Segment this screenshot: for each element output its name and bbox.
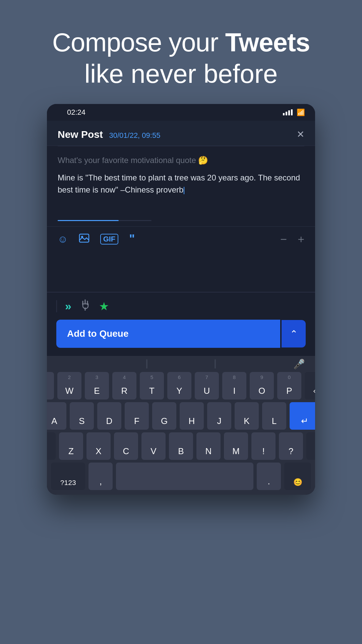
tweet-text: Mine is "The best time to plant a tree w… xyxy=(58,172,304,196)
forward-button[interactable]: » xyxy=(65,300,71,313)
key-z[interactable]: Z xyxy=(59,432,83,460)
minus-button[interactable]: − xyxy=(280,233,287,246)
keyboard-row-2: A S D F G H J K L ↵ xyxy=(47,401,315,431)
key-p[interactable]: 0P xyxy=(277,372,301,399)
key-comma[interactable]: , xyxy=(88,463,113,490)
hero-section: Compose your Tweets like never before xyxy=(0,27,362,90)
key-n[interactable]: N xyxy=(196,432,221,460)
app-card: 02:24 📶 New Post 30/01/22, 09:55 ✕ What'… xyxy=(47,104,315,495)
svg-rect-0 xyxy=(79,234,89,242)
key-t[interactable]: 5T xyxy=(140,372,164,399)
post-title-group: New Post 30/01/22, 09:55 xyxy=(58,129,160,140)
middle-spacer xyxy=(47,252,315,292)
cursor-line-right xyxy=(215,359,216,369)
star-button[interactable]: ★ xyxy=(99,300,109,313)
key-k[interactable]: K xyxy=(235,402,259,430)
emoji-button[interactable]: ☺ xyxy=(58,233,68,245)
key-space[interactable] xyxy=(116,463,253,490)
compose-toolbar: ☺ GIF " − + xyxy=(47,226,315,252)
text-cursor xyxy=(184,187,184,194)
key-h[interactable]: H xyxy=(180,402,204,430)
key-b[interactable]: B xyxy=(169,432,193,460)
key-g[interactable]: G xyxy=(152,402,176,430)
key-symbols[interactable]: ?123 xyxy=(51,463,85,490)
queue-button-area: Add to Queue ⌃ xyxy=(47,320,315,356)
keyboard-row-3: ⬆ Z X C V B N M ! ? ⬆ xyxy=(47,431,315,461)
key-emoji-bottom[interactable]: 😊 xyxy=(284,463,311,490)
plus-button[interactable]: + xyxy=(298,233,304,246)
add-to-queue-button[interactable]: Add to Queue xyxy=(56,320,280,348)
key-question[interactable]: ? xyxy=(279,432,303,460)
chevron-up-icon: ⌃ xyxy=(290,328,298,339)
action-bar: » ★ xyxy=(47,292,315,320)
tweet-body[interactable]: What's your favorite motivational quote … xyxy=(47,146,315,220)
queue-expand-button[interactable]: ⌃ xyxy=(282,320,306,347)
key-i[interactable]: 8I xyxy=(222,372,246,399)
key-u[interactable]: 7U xyxy=(195,372,219,399)
cursor-line-left xyxy=(146,359,147,369)
key-j[interactable]: J xyxy=(207,402,231,430)
key-s[interactable]: S xyxy=(70,402,94,430)
key-e[interactable]: 3E xyxy=(85,372,109,399)
post-title: New Post xyxy=(58,129,103,140)
progress-fill xyxy=(58,220,119,221)
key-y[interactable]: 6Y xyxy=(167,372,191,399)
key-m[interactable]: M xyxy=(224,432,248,460)
image-button[interactable] xyxy=(79,233,89,246)
progress-area xyxy=(47,220,315,226)
key-exclaim[interactable]: ! xyxy=(251,432,276,460)
gif-button[interactable]: GIF xyxy=(100,234,119,245)
post-date: 30/01/22, 09:55 xyxy=(109,131,160,140)
key-f[interactable]: F xyxy=(125,402,149,430)
key-q[interactable]: 1Q xyxy=(47,372,54,399)
hero-line2: like never before xyxy=(0,58,362,90)
key-backspace[interactable]: ⌫ xyxy=(305,372,315,399)
key-o[interactable]: 9O xyxy=(250,372,274,399)
close-button[interactable]: ✕ xyxy=(297,130,304,139)
key-d[interactable]: D xyxy=(97,402,121,430)
key-c[interactable]: C xyxy=(114,432,138,460)
quote-button[interactable]: " xyxy=(129,232,133,246)
keyboard: 🎤 1Q 2W 3E 4R 5T 6Y 7U 8I 9O 0P ⌫ A S D … xyxy=(47,356,315,495)
key-w[interactable]: 2W xyxy=(57,372,81,399)
key-enter[interactable]: ↵ xyxy=(290,402,315,430)
key-shift-left[interactable]: ⬆ xyxy=(47,432,56,460)
keyboard-row-bottom: ?123 , . 😊 xyxy=(47,461,315,495)
mic-icon[interactable]: 🎤 xyxy=(293,359,305,370)
key-v[interactable]: V xyxy=(141,432,166,460)
plugin-button[interactable] xyxy=(79,299,91,313)
key-r[interactable]: 4R xyxy=(112,372,136,399)
key-x[interactable]: X xyxy=(86,432,111,460)
wifi-icon: 📶 xyxy=(297,108,305,116)
keyboard-row-1: 1Q 2W 3E 4R 5T 6Y 7U 8I 9O 0P ⌫ xyxy=(47,371,315,401)
character-progress-bar xyxy=(58,220,152,221)
signal-icon xyxy=(283,109,293,115)
hero-line1: Compose your Tweets xyxy=(0,27,362,58)
action-separator xyxy=(56,300,57,312)
key-a[interactable]: A xyxy=(47,402,66,430)
key-l[interactable]: L xyxy=(262,402,286,430)
tweet-prompt: What's your favorite motivational quote … xyxy=(58,156,304,165)
status-time: 02:24 xyxy=(67,108,85,117)
status-bar: 02:24 📶 xyxy=(47,104,315,121)
key-period[interactable]: . xyxy=(257,463,281,490)
keyboard-toolbar: 🎤 xyxy=(47,356,315,371)
key-shift-right[interactable]: ⬆ xyxy=(306,432,315,460)
post-header: New Post 30/01/22, 09:55 ✕ xyxy=(47,121,315,146)
